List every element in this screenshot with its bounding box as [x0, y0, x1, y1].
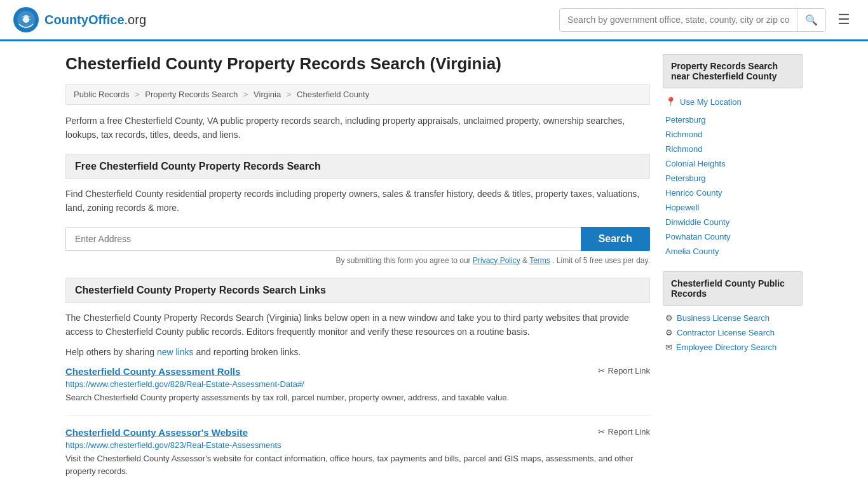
header-search-input[interactable] [560, 10, 797, 30]
sidebar-nearby-heading: Property Records Search near Chesterfiel… [663, 54, 803, 88]
hamburger-menu-icon[interactable]: ☰ [832, 9, 855, 30]
link-item-header-2: Chesterfield County Assessor's Website ✂… [65, 427, 650, 438]
page-content: Chesterfield County Property Records Sea… [53, 41, 815, 488]
sidebar-nearby-link-2[interactable]: Richmond [663, 142, 803, 156]
header-search-bar: 🔍 [559, 8, 826, 32]
link-item-header-1: Chesterfield County Assessment Rolls ✂ R… [65, 366, 650, 377]
sidebar-business-license[interactable]: ⚙ Business License Search [663, 311, 803, 325]
use-my-location-link[interactable]: 📍 Use My Location [663, 93, 803, 110]
link-desc-1: Search Chesterfield County property asse… [65, 391, 650, 404]
sidebar-nearby-link-5[interactable]: Henrico County [663, 186, 803, 200]
link-url-2[interactable]: https://www.chesterfield.gov/823/Real-Es… [65, 440, 650, 450]
logo-text: CountyOffice.org [44, 13, 146, 27]
sidebar-business-license-label: Business License Search [677, 313, 770, 323]
breadcrumb: Public Records > Property Records Search… [65, 84, 650, 105]
report-link-btn-1[interactable]: ✂ Report Link [598, 366, 650, 376]
address-search-button[interactable]: Search [581, 227, 650, 251]
terms-link[interactable]: Terms [529, 256, 550, 265]
sidebar: Property Records Search near Chesterfiel… [663, 54, 803, 488]
link-title-assessor-website[interactable]: Chesterfield County Assessor's Website [65, 427, 248, 438]
logo-icon [13, 6, 39, 33]
breadcrumb-virginia[interactable]: Virginia [254, 90, 281, 99]
sidebar-nearby-link-7[interactable]: Dinwiddie County [663, 215, 803, 229]
main-content: Chesterfield County Property Records Sea… [65, 54, 650, 488]
report-link-btn-2[interactable]: ✂ Report Link [598, 427, 650, 437]
sidebar-contractor-license[interactable]: ⚙ Contractor License Search [663, 325, 803, 340]
sidebar-nearby-link-0[interactable]: Petersburg [663, 112, 803, 127]
privacy-policy-link[interactable]: Privacy Policy [473, 256, 520, 265]
free-search-description: Find Chesterfield County residential pro… [65, 187, 650, 215]
link-title-assessment-rolls[interactable]: Chesterfield County Assessment Rolls [65, 366, 240, 377]
breadcrumb-property-records-search[interactable]: Property Records Search [145, 90, 238, 99]
sidebar-public-records-section: Chesterfield County Public Records ⚙ Bus… [663, 271, 803, 355]
page-title: Chesterfield County Property Records Sea… [65, 54, 650, 74]
sidebar-public-records-heading: Chesterfield County Public Records [663, 271, 803, 306]
form-disclaimer: By submitting this form you agree to our… [65, 256, 650, 265]
sidebar-nearby-link-1[interactable]: Richmond [663, 127, 803, 142]
site-header: CountyOffice.org 🔍 ☰ [0, 0, 868, 41]
link-item-assessor-website: Chesterfield County Assessor's Website ✂… [65, 427, 650, 488]
sidebar-contractor-license-label: Contractor License Search [677, 328, 775, 337]
links-section: Chesterfield County Property Records Sea… [65, 278, 650, 488]
breadcrumb-public-records[interactable]: Public Records [74, 90, 129, 99]
sidebar-nearby-link-4[interactable]: Petersburg [663, 171, 803, 186]
address-search-row: Search [65, 227, 650, 251]
location-pin-icon: 📍 [665, 97, 676, 107]
free-search-section: Free Chesterfield County Property Record… [65, 154, 650, 265]
address-search-form: Search By submitting this form you agree… [65, 227, 650, 265]
sidebar-nearby-link-9[interactable]: Amelia County [663, 244, 803, 259]
employee-directory-icon: ✉ [665, 342, 672, 352]
logo-area: CountyOffice.org [13, 6, 146, 33]
address-input[interactable] [65, 227, 581, 251]
sidebar-employee-directory[interactable]: ✉ Employee Directory Search [663, 340, 803, 355]
svg-point-2 [23, 17, 29, 23]
free-search-heading: Free Chesterfield County Property Record… [65, 154, 650, 179]
link-url-1[interactable]: https://www.chesterfield.gov/828/Real-Es… [65, 379, 650, 389]
sidebar-nearby-link-8[interactable]: Powhatan County [663, 229, 803, 244]
breadcrumb-chesterfield-county[interactable]: Chesterfield County [297, 90, 369, 99]
sidebar-nearby-links: Petersburg Richmond Richmond Colonial He… [663, 112, 803, 259]
header-right: 🔍 ☰ [559, 8, 855, 32]
new-links-link[interactable]: new links [157, 347, 194, 357]
links-section-heading: Chesterfield County Property Records Sea… [65, 278, 650, 303]
share-links-text: Help others by sharing new links and rep… [65, 345, 650, 359]
link-item-assessment-rolls: Chesterfield County Assessment Rolls ✂ R… [65, 366, 650, 416]
report-icon-2: ✂ [598, 427, 605, 437]
sidebar-employee-directory-label: Employee Directory Search [676, 342, 776, 352]
link-desc-2: Visit the Chesterfield County Assessor's… [65, 452, 650, 477]
contractor-license-icon: ⚙ [665, 328, 673, 337]
business-license-icon: ⚙ [665, 313, 673, 323]
header-search-button[interactable]: 🔍 [797, 9, 825, 31]
sidebar-nearby-link-6[interactable]: Hopewell [663, 200, 803, 215]
page-description: Perform a free Chesterfield County, VA p… [65, 114, 650, 142]
report-icon-1: ✂ [598, 366, 605, 376]
sidebar-nearby-section: Property Records Search near Chesterfiel… [663, 54, 803, 259]
sidebar-nearby-link-3[interactable]: Colonial Heights [663, 156, 803, 171]
links-section-description: The Chesterfield County Property Records… [65, 311, 650, 339]
